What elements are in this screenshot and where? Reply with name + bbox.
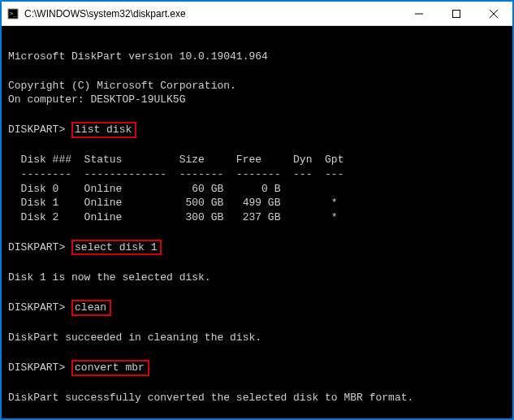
- terminal-output: Microsoft DiskPart version 10.0.19041.96…: [2, 26, 512, 418]
- minimize-button[interactable]: [400, 2, 438, 25]
- command-select-disk: select disk 1: [71, 240, 162, 256]
- prompt-line-1: DISKPART> list disk: [8, 122, 506, 138]
- window-titlebar: >_ C:\WINDOWS\system32\diskpart.exe: [2, 2, 512, 26]
- maximize-button[interactable]: [438, 2, 475, 25]
- svg-rect-3: [453, 10, 460, 17]
- prompt-label: DISKPART>: [8, 301, 65, 314]
- copyright-text: Copyright (C) Microsoft Corporation.: [8, 79, 506, 93]
- close-icon: [490, 10, 498, 18]
- message-cleaned: DiskPart succeeded in cleaning the disk.: [8, 331, 506, 345]
- computer-text: On computer: DESKTOP-19ULK5G: [8, 93, 506, 107]
- table-row: Disk 0 Online 60 GB 0 B: [8, 182, 506, 197]
- message-selected: Disk 1 is now the selected disk.: [8, 271, 506, 285]
- prompt-label: DISKPART>: [8, 362, 65, 374]
- prompt-line-3: DISKPART> clean: [8, 300, 506, 316]
- message-converted: DiskPart successfully converted the sele…: [8, 391, 506, 405]
- close-button[interactable]: [475, 2, 512, 25]
- prompt-label: DISKPART>: [8, 123, 65, 136]
- prompt-label: DISKPART>: [8, 241, 65, 253]
- command-clean: clean: [71, 300, 111, 316]
- maximize-icon: [452, 10, 460, 18]
- version-text: Microsoft DiskPart version 10.0.19041.96…: [8, 50, 506, 64]
- table-row: Disk 2 Online 300 GB 237 GB *: [8, 210, 506, 225]
- prompt-line-4: DISKPART> convert mbr: [8, 360, 506, 376]
- svg-text:>_: >_: [10, 11, 17, 17]
- minimize-icon: [415, 10, 423, 18]
- table-row: Disk 1 Online 500 GB 499 GB *: [8, 196, 506, 210]
- table-header: Disk ### Status Size Free Dyn Gpt: [8, 153, 506, 167]
- command-convert-mbr: convert mbr: [71, 360, 149, 376]
- table-divider: -------- ------------- ------- ------- -…: [8, 167, 506, 182]
- window-controls: [400, 2, 512, 25]
- prompt-line-2: DISKPART> select disk 1: [8, 240, 506, 256]
- window-title: C:\WINDOWS\system32\diskpart.exe: [24, 8, 400, 19]
- app-icon: >_: [6, 7, 19, 20]
- command-list-disk: list disk: [71, 122, 136, 138]
